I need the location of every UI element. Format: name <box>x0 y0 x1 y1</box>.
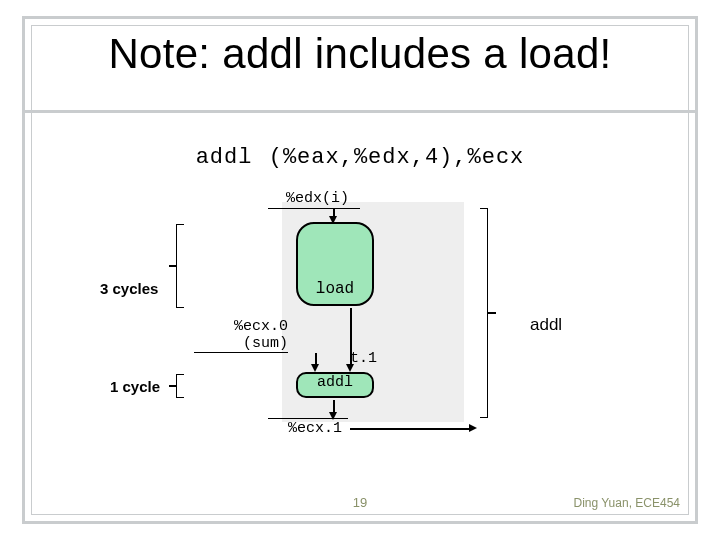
title-underline <box>24 110 696 113</box>
edx-underline <box>268 208 360 209</box>
arrow-ecx0-to-addl-head <box>311 364 319 372</box>
ecx0-line1: %ecx.0 <box>234 318 288 335</box>
addl-small-label: addl <box>296 374 374 391</box>
slide: Note: addl includes a load! addl (%eax,%… <box>0 0 720 540</box>
ecx0-underline <box>194 352 288 353</box>
ecx1-overline <box>268 418 348 419</box>
one-cycle-label: 1 cycle <box>110 378 160 395</box>
addl-right-bracket <box>480 208 488 418</box>
one-cycle-bracket <box>176 374 184 398</box>
addl-big-label: addl <box>530 315 562 335</box>
ecx1-return-line <box>350 428 470 430</box>
three-cycles-label: 3 cycles <box>100 280 158 297</box>
three-cycles-bracket <box>176 224 184 308</box>
instruction-code: addl (%eax,%edx,4),%ecx <box>0 145 720 170</box>
ecx0-label: %ecx.0 (sum) <box>218 318 288 352</box>
author-credit: Ding Yuan, ECE454 <box>573 496 680 510</box>
ecx0-line2: (sum) <box>243 335 288 352</box>
t1-label: t.1 <box>350 350 377 367</box>
three-cycles-tick <box>169 265 177 267</box>
addl-right-tick <box>488 312 496 314</box>
edx-label: %edx(i) <box>286 190 349 207</box>
slide-title: Note: addl includes a load! <box>24 20 696 114</box>
load-label: load <box>296 280 374 298</box>
ecx1-return-arrow <box>469 424 477 432</box>
ecx1-label: %ecx.1 <box>288 420 342 437</box>
pipeline-diagram: %edx(i) load t.1 %ecx.0 (sum) addl %ecx.… <box>0 190 720 480</box>
one-cycle-tick <box>169 385 177 387</box>
